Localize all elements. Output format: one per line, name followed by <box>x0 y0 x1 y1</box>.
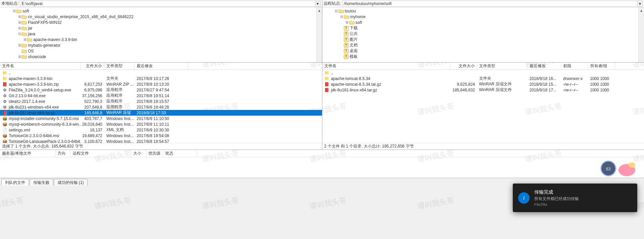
column-header-owner[interactable]: 所有者/组 <box>588 63 615 70</box>
column-header-perm[interactable]: 权限 <box>561 63 588 70</box>
list-row[interactable]: 📁apache-tomcat-8.5.34文件夹2018/9/18 16...d… <box>322 76 644 81</box>
column-header-name[interactable]: 文件名 <box>0 63 81 70</box>
tree-node[interactable]: ?文档 <box>324 42 643 48</box>
scrollbar[interactable]: ▴ <box>316 7 322 62</box>
cell-size: 522,790,3 <box>81 99 104 104</box>
queue-column-header[interactable]: 方向 <box>56 150 71 157</box>
queue-column-header[interactable]: 状态 <box>163 150 197 157</box>
tree-node[interactable]: ⊞apache-maven-3.3.9-bin <box>1 37 321 42</box>
unknown-folder-icon: ? <box>344 43 349 48</box>
tree-node-label: 图片 <box>350 37 358 42</box>
list-row[interactable]: 📁.. <box>322 70 644 76</box>
tree-node[interactable]: ⊞soft <box>324 19 643 25</box>
svg-point-3 <box>629 162 635 168</box>
queue-column-header[interactable]: 服务器/本地文件 <box>0 150 56 157</box>
column-header-size[interactable]: 文件大小 <box>450 63 477 70</box>
tree-node[interactable]: ⊞showcode <box>1 54 321 59</box>
expand-icon[interactable]: ⊟ <box>17 32 22 36</box>
scrollbar[interactable]: ▴ <box>638 7 644 62</box>
column-header-name[interactable]: 文件名 <box>322 63 450 70</box>
list-row[interactable]: ⚙jdk-8u131-windows-x64.exe207,649,8应用程序2… <box>0 104 322 110</box>
expand-icon[interactable]: ⊟ <box>334 9 338 13</box>
folder-icon <box>338 9 344 13</box>
tree-node-label: jar <box>28 26 32 31</box>
list-row[interactable]: ⚙ideaIU-2017.1.4.exe522,790,3应用程序2017/6/… <box>0 98 322 104</box>
file-icon: 📕 <box>324 82 330 87</box>
expand-icon[interactable]: ⊞ <box>17 20 22 25</box>
expand-icon[interactable]: ⊞ <box>345 20 349 25</box>
column-header-size[interactable]: 文件大小 <box>81 63 104 70</box>
cell-type: Windows Inst... <box>104 133 135 138</box>
tree-node[interactable]: ?桌面 <box>324 48 643 54</box>
tree-node-label: myhome <box>350 14 366 19</box>
local-path-input[interactable] <box>20 1 315 7</box>
remote-list-body[interactable]: 📁..📁apache-tomcat-8.5.34文件夹2018/9/18 16.… <box>322 70 644 143</box>
queue-header: 服务器/本地文件方向远程文件大小优先级状态 <box>0 150 644 157</box>
list-row[interactable]: 📦mysql-workbench-community-6.3.8-win...2… <box>0 121 322 127</box>
cell-name: 📕jdk-8u181-linux-x64.tar.gz <box>0 111 81 115</box>
expand-icon[interactable]: ⊞ <box>17 43 22 47</box>
tree-node-label: 模板 <box>350 54 358 59</box>
tree-node[interactable]: ⊟toutou <box>324 8 643 14</box>
cell-size: 8,617,253 <box>81 82 104 87</box>
cell-mtime: 2017/6/9 11:10:50 <box>135 116 188 121</box>
local-tree[interactable]: ▴ ⊟soft⊞cn_visual_studio_enterprise_2015… <box>0 7 322 62</box>
column-header-mtime[interactable]: 最近修改 <box>135 63 188 70</box>
queue-tab[interactable]: 列队的文件 <box>1 179 29 186</box>
column-header-mtime[interactable]: 最近修改 <box>528 63 561 70</box>
tree-node[interactable]: ?模板 <box>324 54 643 59</box>
expand-icon[interactable]: ⊟ <box>12 9 16 13</box>
remote-tree-pane: 远程站点: ▾ ▴ ⊟toutou⊟myhome⊞soft?下载?公共?图片?文… <box>322 0 644 62</box>
tree-node[interactable]: ⊟myhome <box>324 14 643 19</box>
tree-node[interactable]: ⊟soft <box>1 8 321 14</box>
list-row[interactable]: 📦TortoiseGit-2.3.0.0-64bit.msi19,689,472… <box>0 133 322 138</box>
list-row[interactable]: 📕apache-maven-3.3.9-bin.zip8,617,253WinR… <box>0 81 322 87</box>
list-row[interactable]: 📁apache-maven-3.3.9-bin文件夹2017/6/9 10:17… <box>0 76 322 81</box>
expand-icon[interactable]: ⊞ <box>17 54 22 59</box>
cell-mtime: 2017/6/8 19:15:57 <box>135 99 188 104</box>
cell-name: 📕apache-tomcat-8.5.34.tar.gz <box>322 82 450 87</box>
list-row[interactable]: 📕jdk-8u181-linux-x64.tar.gz185,646,832Wi… <box>322 87 644 93</box>
list-row[interactable]: 📦TortoiseGit-LanguagePack-2.3.0.0-64bit.… <box>0 138 322 143</box>
local-path-dropdown[interactable]: ▾ <box>315 1 321 7</box>
expand-icon[interactable]: ⊞ <box>23 37 27 42</box>
remote-path-input[interactable] <box>342 1 637 7</box>
queue-tab[interactable]: 成功的传输 (1) <box>54 179 87 186</box>
remote-tree[interactable]: ▴ ⊟toutou⊟myhome⊞soft?下载?公共?图片?文档?桌面?模板 <box>322 7 644 62</box>
tree-node[interactable]: ⊞jar <box>1 25 321 31</box>
queue-column-header[interactable]: 大小 <box>131 150 146 157</box>
expand-icon[interactable]: ⊞ <box>17 14 22 19</box>
tree-node[interactable]: ⊞FlashFXP5-WIN32 <box>1 19 321 25</box>
list-row[interactable]: ⚙FileZilla_3.24.0.0_win64-setup.exe6,975… <box>0 87 322 93</box>
tree-node[interactable]: ⊞cn_visual_studio_enterprise_2015_x86_x6… <box>1 14 321 19</box>
list-row[interactable]: 📕apache-tomcat-8.5.34.tar.gz9,625,824Win… <box>322 81 644 87</box>
queue-column-header[interactable]: 优先级 <box>146 150 163 157</box>
column-header-type[interactable]: 文件类型 <box>477 63 528 70</box>
tree-node[interactable]: ⊞mybatis-generator <box>1 42 321 48</box>
remote-path-dropdown[interactable]: ▾ <box>637 1 643 7</box>
scroll-up-icon[interactable]: ▴ <box>639 7 644 13</box>
svg-text:63: 63 <box>606 167 611 171</box>
tree-node[interactable]: OS <box>1 48 321 54</box>
queue-tab[interactable]: 传输失败 <box>30 179 53 186</box>
list-row[interactable]: 📁.. <box>0 70 322 76</box>
list-row[interactable]: 📕jdk-8u181-linux-x64.tar.gz185,646,8WinR… <box>0 110 322 116</box>
tree-node[interactable]: ⊟java <box>1 31 321 37</box>
tree-node[interactable]: ?公共 <box>324 31 643 37</box>
column-header-type[interactable]: 文件类型 <box>104 63 135 70</box>
tree-node[interactable]: ?下载 <box>324 25 643 31</box>
list-row[interactable]: ⚙Git-2.13.0-64-bit.exe37,156,256应用程序2017… <box>0 93 322 98</box>
list-row[interactable]: 📄settings.xml16,137XML 文档2017/6/9 10:30:… <box>0 127 322 133</box>
queue-column-header[interactable]: 远程文件 <box>71 150 131 157</box>
cell-type: WinRAR 压缩文件 <box>477 81 528 87</box>
expand-icon[interactable]: ⊞ <box>17 26 22 30</box>
file-icon: ⚙ <box>2 88 7 92</box>
queue-body[interactable] <box>0 157 644 178</box>
scroll-up-icon[interactable]: ▴ <box>317 7 322 13</box>
list-row[interactable]: 📦mysql-installer-community-5.7.15.0.msi4… <box>0 116 322 121</box>
local-list-body[interactable]: 📁..📁apache-maven-3.3.9-bin文件夹2017/6/9 10… <box>0 70 322 143</box>
toast-notification[interactable]: i 传输完成 所有文件都已经成功传输 FileZilla <box>513 184 637 212</box>
file-icon: 📕 <box>2 82 7 87</box>
expand-icon[interactable]: ⊟ <box>340 14 344 19</box>
tree-node[interactable]: ?图片 <box>324 37 643 42</box>
